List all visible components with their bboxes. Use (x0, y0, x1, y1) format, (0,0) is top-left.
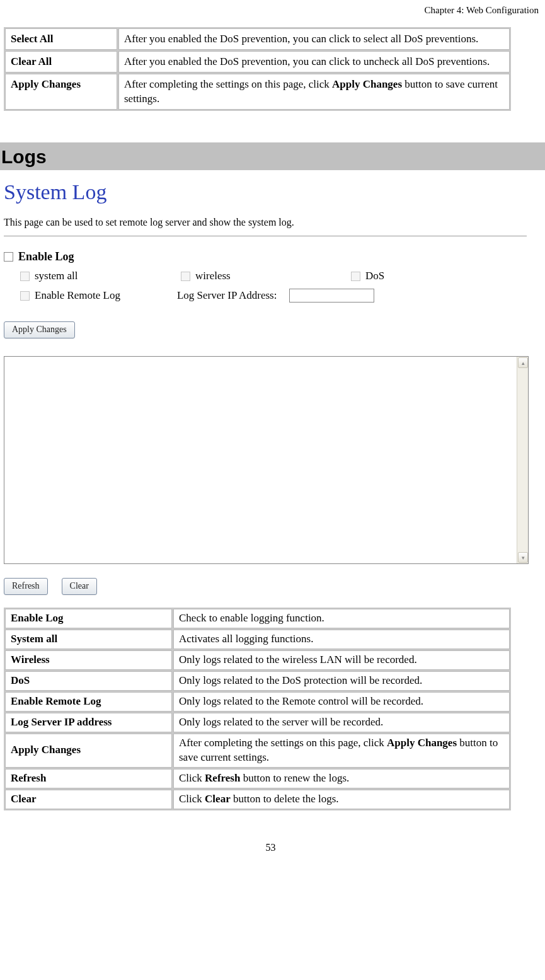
dos-label: DoS (365, 270, 384, 282)
row-desc: After you enabled the DoS prevention, yo… (118, 51, 510, 72)
desc-text: Click (179, 772, 205, 784)
log-server-ip-input[interactable] (289, 289, 374, 303)
row-desc: Click Clear button to delete the logs. (173, 790, 510, 809)
table-row: Log Server IP address Only logs related … (5, 713, 510, 732)
scrollbar[interactable]: ▴ ▾ (517, 357, 528, 563)
desc-text: After completing the settings on this pa… (179, 737, 387, 749)
dos-buttons-table: Select All After you enabled the DoS pre… (4, 27, 511, 111)
row-label: Enable Log (5, 609, 172, 628)
table-row: System all Activates all logging functio… (5, 630, 510, 649)
wireless-label: wireless (195, 270, 231, 282)
table-row: Clear Click Clear button to delete the l… (5, 790, 510, 809)
table-row: Apply Changes After completing the setti… (5, 74, 510, 110)
row-label: System all (5, 630, 172, 649)
system-all-checkbox[interactable] (20, 272, 30, 281)
enable-log-checkbox[interactable] (4, 252, 13, 262)
desc-text: button to renew the logs. (240, 772, 349, 784)
logs-fields-table: Enable Log Check to enable logging funct… (4, 608, 511, 810)
row-label: Apply Changes (5, 734, 172, 768)
system-log-title: System Log (4, 180, 533, 204)
log-server-ip-label: Log Server IP Address: (177, 289, 277, 302)
row-label: Clear All (5, 51, 117, 72)
row-label: Log Server IP address (5, 713, 172, 732)
row-desc: After completing the settings on this pa… (118, 74, 510, 110)
row-desc: Only logs related to the server will be … (173, 713, 510, 732)
row-label: Clear (5, 790, 172, 809)
row-label: Refresh (5, 769, 172, 788)
desc-text: After completing the settings on this pa… (124, 78, 332, 90)
desc-bold: Refresh (205, 772, 240, 784)
system-log-screenshot: System Log This page can be used to set … (4, 180, 533, 595)
log-textarea[interactable]: ▴ ▾ (4, 356, 529, 564)
enable-remote-log-label: Enable Remote Log (35, 289, 120, 302)
divider (4, 236, 527, 236)
apply-changes-button[interactable]: Apply Changes (4, 321, 75, 338)
row-desc: Only logs related to the DoS protection … (173, 671, 510, 691)
row-desc: Only logs related to the Remote control … (173, 692, 510, 712)
dos-checkbox[interactable] (351, 272, 360, 281)
row-desc: Click Refresh button to renew the logs. (173, 769, 510, 788)
row-desc: After completing the settings on this pa… (173, 734, 510, 768)
row-label: Select All (5, 28, 117, 50)
wireless-checkbox[interactable] (181, 272, 190, 281)
table-row: Wireless Only logs related to the wirele… (5, 650, 510, 670)
row-desc: Check to enable logging function. (173, 609, 510, 628)
enable-log-label: Enable Log (18, 250, 74, 263)
system-all-label: system all (35, 270, 77, 282)
row-desc: After you enabled the DoS prevention, yo… (118, 28, 510, 50)
row-label: Enable Remote Log (5, 692, 172, 712)
row-label: DoS (5, 671, 172, 691)
refresh-button[interactable]: Refresh (4, 578, 48, 595)
table-row: Refresh Click Refresh button to renew th… (5, 769, 510, 788)
row-desc: Activates all logging functions. (173, 630, 510, 649)
desc-bold: Apply Changes (387, 737, 457, 749)
page-number: 53 (0, 842, 541, 853)
desc-text: button to delete the logs. (231, 793, 339, 805)
table-row: Enable Log Check to enable logging funct… (5, 609, 510, 628)
desc-bold: Clear (205, 793, 231, 805)
system-log-subtitle: This page can be used to set remote log … (4, 217, 533, 228)
clear-button[interactable]: Clear (62, 578, 97, 595)
row-label: Wireless (5, 650, 172, 670)
table-row: DoS Only logs related to the DoS protect… (5, 671, 510, 691)
logs-heading: Logs (0, 142, 545, 170)
row-desc: Only logs related to the wireless LAN wi… (173, 650, 510, 670)
scroll-down-icon[interactable]: ▾ (518, 552, 528, 563)
row-label: Apply Changes (5, 74, 117, 110)
scroll-up-icon[interactable]: ▴ (518, 357, 528, 368)
table-row: Select All After you enabled the DoS pre… (5, 28, 510, 50)
table-row: Apply Changes After completing the setti… (5, 734, 510, 768)
enable-remote-log-checkbox[interactable] (20, 291, 30, 301)
table-row: Enable Remote Log Only logs related to t… (5, 692, 510, 712)
desc-bold: Apply Changes (332, 78, 402, 90)
desc-text: Click (179, 793, 205, 805)
table-row: Clear All After you enabled the DoS prev… (5, 51, 510, 72)
page-header: Chapter 4: Web Configuration (0, 5, 541, 16)
